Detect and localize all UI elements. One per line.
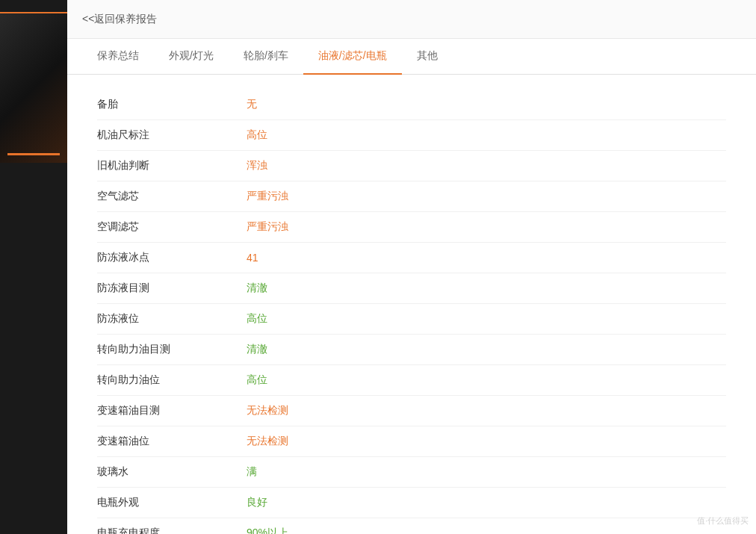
row-label: 旧机油判断 [97,159,247,173]
row-label: 空气滤芯 [97,190,247,203]
row-value: 无法检测 [247,404,288,417]
tab-oil[interactable]: 油液/滤芯/电瓶 [303,39,402,75]
row-label: 电瓶外观 [97,496,247,509]
main-content: <<返回保养报告 保养总结外观/灯光轮胎/刹车油液/滤芯/电瓶其他 备胎无机油尺… [67,0,756,534]
tab-bar: 保养总结外观/灯光轮胎/刹车油液/滤芯/电瓶其他 [67,39,756,75]
watermark: 值·什么值得买 [697,515,749,527]
row-label: 变速箱油目测 [97,404,247,417]
back-button[interactable]: <<返回保养报告 [82,13,157,25]
tab-other[interactable]: 其他 [402,39,453,75]
table-row: 转向助力油目测清澈 [97,335,726,365]
row-value: 高位 [247,128,267,142]
row-value: 浑浊 [247,159,267,173]
table-row: 备胎无 [97,90,726,120]
table-row: 旧机油判断浑浊 [97,151,726,181]
tab-exterior[interactable]: 外观/灯光 [154,39,229,75]
row-label: 防冻液目测 [97,282,247,295]
row-label: 转向助力油目测 [97,343,247,356]
table-row: 变速箱油位无法检测 [97,426,726,457]
table-row: 电瓶外观良好 [97,488,726,518]
row-value: 严重污浊 [247,220,288,234]
table-row: 防冻液位高位 [97,304,726,335]
row-value: 41 [247,252,258,264]
table-row: 电瓶充电程度90%以上 [97,518,726,534]
row-label: 空调滤芯 [97,220,247,234]
row-label: 防冻液位 [97,312,247,326]
tab-summary[interactable]: 保养总结 [82,39,154,75]
table-row: 机油尺标注高位 [97,120,726,151]
row-value: 清澈 [247,282,267,295]
row-value: 90%以上 [247,527,288,534]
back-bar: <<返回保养报告 [67,0,756,39]
row-label: 变速箱油位 [97,435,247,448]
row-label: 机油尺标注 [97,128,247,142]
row-value: 清澈 [247,343,267,356]
row-value: 满 [247,465,257,479]
table-row: 防冻液目测清澈 [97,273,726,304]
row-value: 高位 [247,312,267,326]
row-label: 电瓶充电程度 [97,527,247,534]
row-value: 无 [247,98,257,111]
table-row: 防冻液冰点41 [97,243,726,273]
content-area: 备胎无机油尺标注高位旧机油判断浑浊空气滤芯严重污浊空调滤芯严重污浊防冻液冰点41… [67,75,756,534]
row-value: 良好 [247,496,267,509]
table-row: 空气滤芯严重污浊 [97,181,726,212]
row-value: 无法检测 [247,435,288,448]
sidebar-label [0,0,67,13]
row-label: 转向助力油位 [97,373,247,387]
table-row: 变速箱油目测无法检测 [97,396,726,426]
table-row: 空调滤芯严重污浊 [97,212,726,243]
row-label: 备胎 [97,98,247,111]
row-value: 高位 [247,373,267,387]
row-value: 严重污浊 [247,190,288,203]
sidebar-car-image [0,13,67,163]
tab-tires[interactable]: 轮胎/刹车 [229,39,303,75]
row-label: 防冻液冰点 [97,251,247,264]
table-row: 转向助力油位高位 [97,365,726,396]
table-row: 玻璃水满 [97,457,726,488]
row-label: 玻璃水 [97,465,247,479]
sidebar [0,0,67,534]
